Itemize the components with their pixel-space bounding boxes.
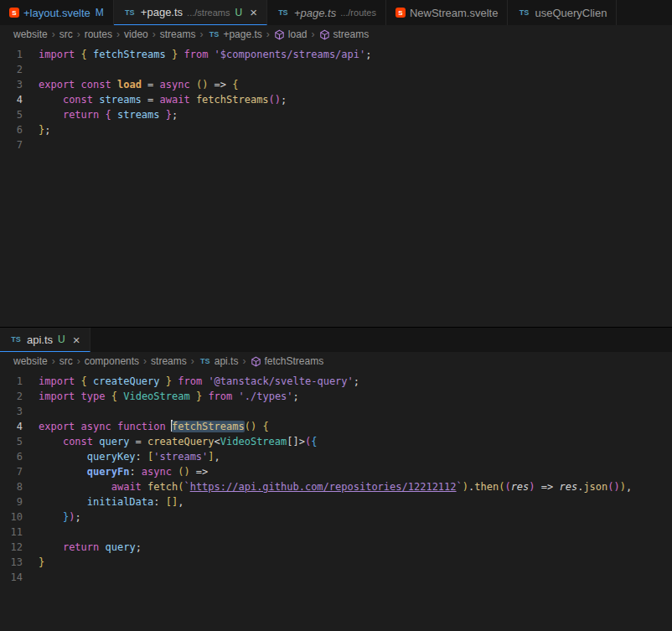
line-number: 4: [0, 92, 39, 107]
breadcrumb-separator: ›: [116, 28, 120, 40]
code-line[interactable]: 5 const query = createQuery<VideoStream[…: [0, 434, 672, 449]
code-token: ;: [44, 124, 50, 136]
top-editor-tab-bar: S+layout.svelteMTS+page.ts.../streamsU×T…: [0, 0, 672, 25]
code-line[interactable]: 7: [0, 137, 672, 153]
code-token: const: [81, 79, 111, 91]
breadcrumb-item-streams[interactable]: streams: [318, 28, 369, 40]
code-line[interactable]: 11: [0, 525, 672, 540]
symbol-method-icon: [250, 356, 261, 367]
breadcrumb-label: load: [288, 28, 308, 40]
code-token: [106, 390, 111, 402]
code-line[interactable]: 7 queryFn: async () =>: [0, 464, 672, 479]
line-content: import { fetchStreams } from '$component…: [39, 47, 371, 62]
code-line[interactable]: 4 const streams = await fetchStreams();: [0, 92, 672, 107]
breadcrumb-item-fetchStreams[interactable]: fetchStreams: [250, 355, 323, 367]
code-token: import: [39, 49, 75, 60]
breadcrumb-label: website: [13, 28, 48, 40]
breadcrumb-item-website[interactable]: website: [13, 355, 48, 367]
code-token: (): [196, 79, 208, 91]
code-token: fetch: [147, 481, 178, 493]
code-token: [75, 375, 80, 387]
code-token: export: [39, 79, 75, 91]
code-token: async: [142, 466, 172, 478]
code-token: import: [39, 390, 75, 402]
tab-description: .../routes: [340, 8, 376, 18]
code-token: await: [111, 481, 142, 493]
breadcrumb-item-streams[interactable]: streams: [151, 355, 187, 367]
breadcrumb-separator: ›: [152, 28, 156, 40]
editor-tab-+page.ts[interactable]: TS+page.ts.../routes: [267, 0, 386, 25]
breadcrumb-item-routes[interactable]: routes: [85, 28, 112, 40]
code-token: VideoStream: [220, 436, 287, 447]
code-token: from: [184, 49, 208, 60]
line-content: queryKey: ['streams'],: [39, 449, 220, 464]
breadcrumb-item-src[interactable]: src: [59, 28, 73, 40]
line-number: 7: [0, 464, 39, 479]
code-line[interactable]: 4export async function fetchStreams() {: [0, 419, 672, 434]
breadcrumb-label: fetchStreams: [264, 355, 323, 367]
editor-tab-api.ts[interactable]: TSapi.tsU×: [0, 328, 90, 352]
code-token: ;: [293, 390, 299, 402]
code-token: [39, 451, 87, 463]
breadcrumb-item-video[interactable]: video: [124, 28, 148, 40]
editor-tab-+page.ts[interactable]: TS+page.ts.../streamsU×: [114, 0, 267, 25]
breadcrumb-item-load[interactable]: load: [274, 28, 308, 40]
code-token: [39, 481, 111, 493]
code-line[interactable]: 1import { fetchStreams } from '$componen…: [0, 47, 672, 62]
line-content: }: [39, 555, 44, 570]
symbol-method-icon: [318, 29, 330, 40]
code-line[interactable]: 5 return { streams };: [0, 107, 672, 122]
code-line[interactable]: 10 });: [0, 509, 672, 525]
breadcrumb-item-src[interactable]: src: [59, 355, 73, 367]
bottom-code-editor[interactable]: 1import { createQuery } from '@tanstack/…: [0, 370, 672, 631]
code-token: then: [474, 481, 499, 493]
code-token: load: [117, 79, 142, 91]
code-line[interactable]: 14: [0, 570, 672, 585]
code-line[interactable]: 13}: [0, 555, 672, 570]
code-line[interactable]: 8 await fetch(`https://api.github.com/re…: [0, 479, 672, 494]
breadcrumb-separator: ›: [143, 355, 147, 367]
line-number: 5: [0, 434, 39, 449]
code-line[interactable]: 6 queryKey: ['streams'],: [0, 449, 672, 464]
breadcrumb-label: api.ts: [215, 355, 239, 367]
editor-tab-+layout.svelte[interactable]: S+layout.svelteM: [0, 0, 114, 25]
breadcrumb-separator: ›: [77, 355, 80, 367]
line-content: import type { VideoStream } from './type…: [39, 389, 299, 404]
code-token: ,: [626, 481, 632, 493]
code-token: (: [504, 481, 510, 493]
editor-tab-NewStream.svelte[interactable]: SNewStream.svelte: [386, 0, 508, 25]
close-icon[interactable]: ×: [250, 6, 257, 18]
line-content: export async function fetchStreams() {: [39, 419, 269, 434]
code-token: [190, 79, 196, 91]
breadcrumb-item-api.ts[interactable]: TSapi.ts: [199, 355, 239, 367]
top-breadcrumb-bar: website›src›routes›video›streams›TS+page…: [0, 25, 672, 44]
breadcrumb-item-website[interactable]: website: [13, 28, 48, 40]
breadcrumb-item-components[interactable]: components: [85, 355, 139, 367]
code-line[interactable]: 1import { createQuery } from '@tanstack/…: [0, 374, 672, 389]
typescript-file-icon: TS: [9, 335, 23, 344]
top-code-editor[interactable]: 1import { fetchStreams } from '$componen…: [0, 44, 672, 327]
code-line[interactable]: 3: [0, 404, 672, 419]
code-line[interactable]: 6};: [0, 122, 672, 137]
tab-label: NewStream.svelte: [410, 7, 498, 19]
code-token: [166, 49, 172, 60]
code-token: [39, 496, 87, 508]
typescript-file-icon: TS: [199, 357, 212, 365]
breadcrumb-item-streams[interactable]: streams: [160, 28, 196, 40]
code-token: const: [63, 94, 93, 106]
line-number: 6: [0, 449, 39, 464]
close-icon[interactable]: ×: [73, 334, 80, 346]
code-line[interactable]: 2: [0, 62, 672, 77]
code-token: fetchStreams: [93, 49, 166, 60]
code-line[interactable]: 12 return query;: [0, 540, 672, 555]
code-token: VideoStream: [123, 390, 189, 402]
code-token: async: [81, 421, 111, 432]
code-line[interactable]: 3export const load = async () => {: [0, 77, 672, 92]
code-line[interactable]: 2import type { VideoStream } from './typ…: [0, 389, 672, 404]
breadcrumb-item-+page.ts[interactable]: TS+page.ts: [207, 28, 261, 40]
code-line[interactable]: 9 initialData: [],: [0, 494, 672, 509]
code-token: '@tanstack/svelte-query': [208, 375, 353, 387]
code-token: ): [529, 481, 535, 493]
code-token: return: [63, 109, 99, 121]
editor-tab-useQueryClien[interactable]: TSuseQueryClien: [508, 0, 617, 25]
